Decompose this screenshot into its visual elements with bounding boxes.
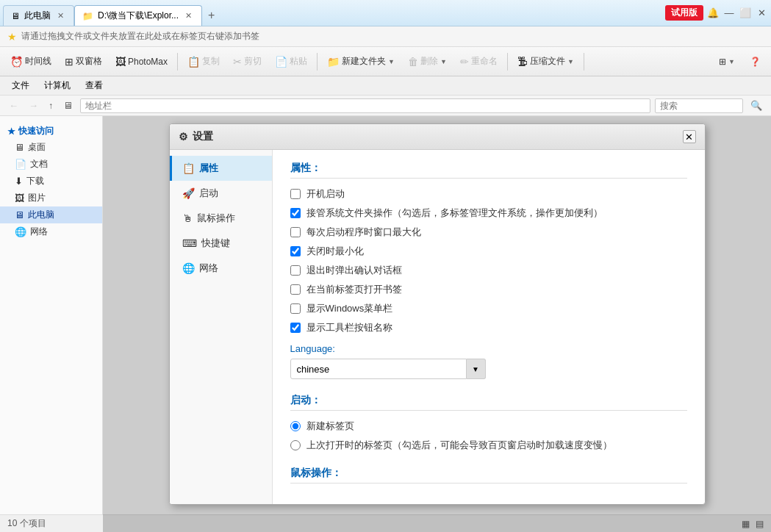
address-input[interactable] — [80, 98, 650, 113]
network-nav-label: 网络 — [199, 262, 218, 275]
compress-button[interactable]: 🗜 压缩文件 ▼ — [512, 52, 580, 71]
checkbox-maximize-label[interactable]: 每次启动程序时窗口最大化 — [306, 226, 421, 239]
dialog-close-button[interactable]: ✕ — [683, 130, 696, 143]
minimize-button[interactable]: — — [722, 7, 736, 20]
mouse-section: 鼠标操作： — [290, 467, 687, 484]
dialog-nav-startup[interactable]: 🚀 启动 — [170, 181, 272, 206]
menu-view[interactable]: 查看 — [78, 77, 110, 94]
notification-icon[interactable]: 🔔 — [706, 7, 720, 20]
maximize-button[interactable]: ⬜ — [739, 7, 752, 20]
separator-3 — [507, 53, 508, 71]
tab-2[interactable]: 📁 D:\微当下载\Explor... ✕ — [74, 5, 202, 26]
language-select[interactable]: chinese english — [290, 359, 467, 379]
checkbox-maximize[interactable] — [290, 227, 301, 237]
sidebar-item-pictures[interactable]: 🖼 图片 — [0, 190, 102, 206]
paste-button[interactable]: 📄 粘贴 — [269, 52, 313, 71]
compress-arrow: ▼ — [567, 58, 574, 65]
menu-file[interactable]: 文件 — [4, 77, 37, 94]
paste-icon: 📄 — [275, 56, 287, 68]
view-options-button[interactable]: ⊞ ▼ — [713, 54, 741, 70]
timeline-label: 时间线 — [25, 55, 51, 68]
menu-bar: 文件 计算机 查看 — [0, 76, 771, 96]
sidebar-item-this-pc[interactable]: 🖥 此电脑 — [0, 206, 102, 223]
radio-last-tab-label[interactable]: 上次打开时的标签页（勾选后，可能会导致百页窗启动时加载速度变慢） — [306, 439, 612, 452]
checkbox-minimize[interactable] — [290, 246, 301, 256]
radio-new-tab-label[interactable]: 新建标签页 — [306, 420, 354, 433]
new-folder-button[interactable]: 📁 新建文件夹 ▼ — [321, 52, 401, 71]
delete-button[interactable]: 🗑 删除 ▼ — [402, 52, 453, 71]
startup-section-title: 启动： — [290, 394, 687, 411]
new-folder-icon: 📁 — [327, 56, 340, 68]
checkbox-open-bookmark[interactable] — [290, 284, 301, 295]
network-icon: 🌐 — [15, 226, 26, 237]
timeline-button[interactable]: ⏰ 时间线 — [4, 52, 57, 71]
sidebar-item-network[interactable]: 🌐 网络 — [0, 223, 102, 240]
up-button[interactable]: ↑ — [46, 99, 56, 112]
checkbox-row-maximize: 每次启动程序时窗口最大化 — [290, 226, 687, 239]
checkbox-boot[interactable] — [290, 189, 301, 199]
cut-button[interactable]: ✂ 剪切 — [227, 52, 268, 71]
dialog-nav-shortcuts[interactable]: ⌨ 快捷键 — [170, 231, 272, 256]
new-tab-button[interactable]: + — [202, 5, 220, 26]
dialog-title: ⚙ 设置 — [179, 130, 213, 143]
tab-1-close[interactable]: ✕ — [55, 10, 66, 21]
checkbox-show-menu[interactable] — [290, 303, 301, 314]
language-label: Language: — [290, 343, 687, 354]
dialog-nav-network[interactable]: 🌐 网络 — [170, 256, 272, 281]
documents-icon: 📄 — [15, 159, 26, 170]
checkbox-open-bookmark-label[interactable]: 在当前标签页打开书签 — [306, 283, 402, 296]
dual-pane-label: 双窗格 — [76, 55, 102, 68]
tab-1[interactable]: 🖥 此电脑 ✕ — [3, 5, 74, 26]
radio-new-tab[interactable] — [290, 421, 301, 431]
checkbox-show-toolbar-label[interactable]: 显示工具栏按钮名称 — [306, 321, 392, 334]
view-options-arrow: ▼ — [728, 58, 735, 65]
checkbox-takeover-label[interactable]: 接管系统文件夹操作（勾选后，多标签管理文件系统，操作更加便利） — [306, 206, 603, 220]
language-dropdown-arrow[interactable]: ▼ — [467, 359, 486, 379]
dual-pane-button[interactable]: ⊞ 双窗格 — [59, 52, 108, 71]
checkbox-row-exit-dialog: 退出时弹出确认对话框 — [290, 264, 687, 277]
photomax-button[interactable]: 🖼 PhotoMax — [110, 53, 173, 71]
forward-button[interactable]: → — [26, 98, 41, 112]
search-icon[interactable]: 🔍 — [747, 98, 765, 112]
tab-2-close[interactable]: ✕ — [183, 10, 194, 21]
tab-1-icon: 🖥 — [11, 11, 20, 21]
this-pc-icon: 🖥 — [15, 209, 24, 220]
network-nav-icon: 🌐 — [182, 262, 195, 274]
copy-button[interactable]: 📋 复制 — [182, 52, 226, 71]
separator-1 — [177, 53, 178, 71]
startup-section: 启动： 新建标签页 上次打开时的标签页（勾选后，可能会导致百页窗启动时加载速度变… — [290, 394, 687, 452]
sidebar-item-documents[interactable]: 📄 文档 — [0, 156, 102, 173]
rename-icon: ✏ — [460, 56, 469, 68]
compress-icon: 🗜 — [517, 56, 528, 68]
checkbox-show-menu-label[interactable]: 显示Windows菜单栏 — [306, 302, 393, 315]
sidebar-item-downloads[interactable]: ⬇ 下载 — [0, 173, 102, 190]
menu-computer[interactable]: 计算机 — [37, 77, 78, 94]
radio-last-tab[interactable] — [290, 440, 301, 450]
dialog-title-icon: ⚙ — [179, 131, 188, 143]
window-close-button[interactable]: ✕ — [755, 7, 768, 20]
rename-button[interactable]: ✏ 重命名 — [454, 52, 503, 71]
pictures-icon: 🖼 — [15, 193, 24, 204]
dialog-nav-mouse[interactable]: 🖱 鼠标操作 — [170, 206, 272, 231]
new-folder-arrow: ▼ — [388, 58, 395, 65]
mouse-nav-icon: 🖱 — [182, 212, 193, 224]
dialog-nav-properties[interactable]: 📋 属性 — [170, 156, 272, 181]
main-area: ★ 快速访问 🖥 桌面 📄 文档 ⬇ 下载 🖼 图片 🖥 此电脑 🌐 网络 — [0, 116, 771, 532]
copy-icon: 📋 — [187, 56, 200, 68]
checkbox-row-boot: 开机启动 — [290, 187, 687, 201]
search-input[interactable] — [655, 98, 743, 113]
checkbox-row-minimize: 关闭时最小化 — [290, 245, 687, 258]
startup-nav-label: 启动 — [199, 187, 218, 200]
back-button[interactable]: ← — [6, 98, 21, 112]
checkbox-show-toolbar[interactable] — [290, 323, 301, 333]
quick-access-section: ★ 快速访问 — [0, 122, 102, 139]
checkbox-takeover[interactable] — [290, 208, 301, 218]
checkbox-exit-dialog[interactable] — [290, 265, 301, 276]
checkbox-minimize-label[interactable]: 关闭时最小化 — [306, 245, 364, 258]
dual-pane-icon: ⊞ — [65, 56, 73, 68]
sidebar-item-desktop[interactable]: 🖥 桌面 — [0, 139, 102, 156]
bookmarks-hint-text: 请通过拖拽文件或文件夹放置在此处或在标签页右键添加书签 — [21, 30, 259, 43]
help-button[interactable]: ❓ — [744, 54, 767, 70]
checkbox-boot-label[interactable]: 开机启动 — [306, 187, 345, 201]
checkbox-exit-dialog-label[interactable]: 退出时弹出确认对话框 — [306, 264, 402, 277]
